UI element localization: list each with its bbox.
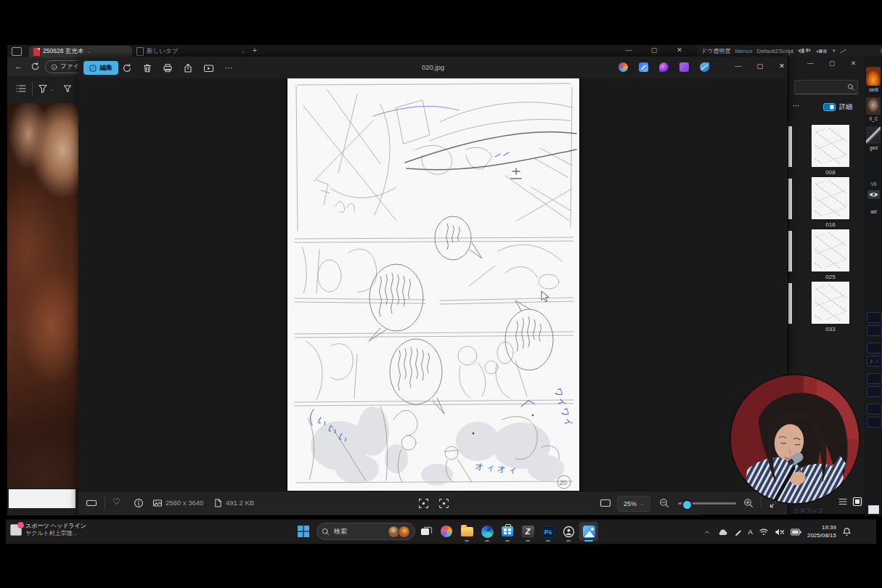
eye-icon[interactable] [867, 190, 880, 199]
task-view-button[interactable] [417, 522, 436, 541]
image-canvas[interactable]: いいい ワイワイ オィオィ 20 [78, 78, 788, 491]
gallery-thumbnail[interactable] [812, 177, 849, 219]
list-icon[interactable] [16, 84, 26, 93]
close-button[interactable]: ✕ [851, 60, 856, 67]
battery-icon[interactable] [791, 528, 801, 536]
zbrush-menubar: ドウ透明度 Menus DefaultZScript ▾ ✕ [698, 45, 882, 57]
page-thumbnail[interactable] [9, 489, 75, 508]
panel-button[interactable] [867, 373, 882, 384]
thumbnail-label: 025 [812, 274, 849, 280]
file-size: 491.2 KB [226, 499, 254, 507]
back-icon[interactable]: ← [15, 62, 23, 70]
photos-titlebar: 編集 ⋯ 020.jpg — ▢ ✕ [78, 57, 788, 78]
minimize-button[interactable]: — [807, 60, 814, 67]
panel-button[interactable] [867, 325, 882, 336]
details-label[interactable]: 詳細 [839, 102, 852, 112]
info-icon[interactable] [134, 498, 144, 508]
edge-icon[interactable] [478, 522, 497, 541]
clock-time: 19:39 [807, 524, 836, 531]
gallery-search-input[interactable] [794, 80, 858, 94]
onedrive-cloud-icon[interactable] [717, 528, 728, 536]
onedrive-icon[interactable] [700, 62, 709, 72]
compare-icon[interactable] [600, 498, 611, 508]
zbrush-partial-label: クスワシゴ [793, 507, 823, 515]
search-box[interactable]: 検索 [317, 523, 415, 540]
camera-app-icon[interactable] [559, 522, 578, 541]
hidden-icons-chevron[interactable] [703, 528, 711, 536]
curve-icon[interactable] [840, 48, 846, 54]
minimize-button[interactable]: — [621, 46, 637, 54]
running-indicator [566, 540, 571, 542]
start-button[interactable] [298, 526, 309, 537]
tool-thumbnail[interactable] [866, 97, 881, 115]
zbrush-menus-label[interactable]: Menus [735, 48, 752, 54]
widgets-button[interactable]: スポーツ ヘッドライン ヤクルト村上宗隆... [10, 523, 86, 537]
presenter-video [730, 374, 860, 505]
copilot-icon[interactable] [437, 522, 456, 541]
hand-arrows-icon[interactable] [815, 48, 828, 54]
file-explorer-icon[interactable] [457, 522, 476, 541]
microsoft-store-icon[interactable] [498, 522, 517, 541]
taskbar-clock[interactable]: 19:39 2025/08/15 [807, 524, 836, 539]
photos-app-icon[interactable] [579, 522, 598, 541]
gallery-thumbnail[interactable] [812, 282, 849, 324]
maximize-button[interactable]: ▢ [646, 46, 662, 54]
panel-icon[interactable] [868, 505, 879, 514]
thumbnail-partial [788, 283, 792, 324]
collapse-icon[interactable]: ▾ [833, 48, 836, 54]
refresh-icon[interactable] [30, 62, 40, 71]
pen-icon[interactable] [734, 528, 743, 536]
zoom-slider[interactable] [678, 502, 736, 505]
maximize-button[interactable]: ▢ [751, 62, 769, 70]
gallery-thumbnail[interactable] [812, 229, 849, 271]
info-icon [51, 64, 57, 70]
notification-bell-icon[interactable] [842, 527, 852, 536]
zoom-level-dropdown[interactable]: 25% ⌄ [617, 496, 650, 512]
zoom-slider-knob[interactable] [682, 499, 693, 510]
sidebar-toggle-icon[interactable] [12, 47, 22, 56]
maximize-button[interactable]: ▢ [829, 60, 835, 67]
volume-muted-icon[interactable] [775, 528, 785, 536]
panel-button[interactable] [867, 417, 882, 428]
filmstrip-toggle-icon[interactable] [86, 498, 97, 508]
zoom-out-icon[interactable] [659, 498, 669, 508]
brush-thumbnail[interactable] [866, 126, 881, 144]
panel-button[interactable] [867, 386, 882, 397]
tool-thumbnail[interactable] [866, 67, 881, 86]
chevron-down-icon[interactable]: ⌄ [86, 49, 91, 54]
library-icon[interactable] [679, 62, 689, 72]
filter-icon[interactable] [38, 83, 48, 94]
photoshop-icon[interactable]: Ps [539, 522, 558, 541]
close-button[interactable]: ✕ [671, 46, 687, 54]
page-number: 20 [560, 479, 567, 486]
fit-to-window-icon[interactable] [418, 498, 429, 509]
close-button[interactable]: ✕ [772, 62, 791, 70]
favorite-icon[interactable]: ♡ [113, 497, 121, 507]
panel-arrows-icon[interactable] [798, 48, 811, 54]
designer-icon[interactable] [639, 62, 648, 72]
desktop: 250628 玄光本 ⌄ 新しいタブ ⌄ + — ▢ ✕ ← ファイル [0, 0, 882, 588]
filter-outline-icon[interactable] [62, 83, 73, 94]
panel-button[interactable] [867, 312, 882, 323]
clipchamp-icon[interactable] [659, 62, 669, 72]
panel-button[interactable] [867, 404, 882, 415]
tab-document[interactable]: 250628 玄光本 ⌄ [29, 46, 132, 57]
clock-date: 2025/08/15 [807, 532, 836, 539]
more-icon[interactable]: ⋯ [793, 102, 801, 110]
panel-button[interactable]: トノ [867, 356, 882, 367]
gallery-thumbnail[interactable] [812, 125, 849, 167]
minimize-button[interactable]: — [729, 62, 748, 70]
actual-size-icon[interactable] [438, 498, 449, 509]
zbrush-zscript-label[interactable]: DefaultZScript [756, 48, 793, 54]
tab-new[interactable]: 新しいタブ ⌄ [132, 46, 250, 57]
wifi-icon[interactable] [759, 528, 769, 536]
new-tab-button[interactable]: + [253, 46, 257, 54]
chevron-down-icon[interactable]: ⌄ [241, 49, 245, 54]
ime-mode-indicator[interactable]: A [748, 528, 753, 536]
zbrush-icon[interactable]: Z [518, 522, 537, 541]
copilot-icon[interactable] [618, 62, 628, 72]
view-toggle-icon[interactable] [823, 103, 836, 111]
panel-button[interactable] [867, 343, 882, 354]
chevron-down-icon[interactable]: ⌄ [49, 86, 54, 92]
panel-label: V8 [865, 181, 882, 187]
